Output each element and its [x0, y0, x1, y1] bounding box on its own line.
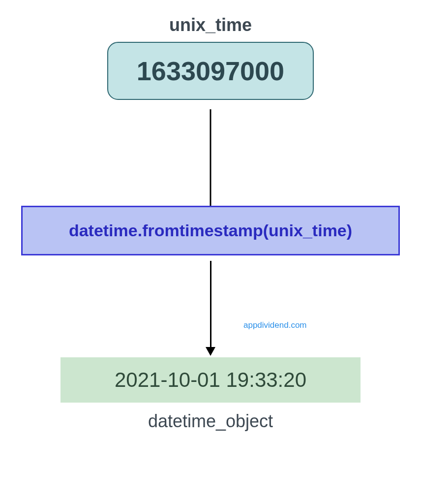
unix-time-box: 1633097000: [107, 42, 314, 100]
input-label: unix_time: [169, 15, 252, 35]
watermark-text: appdividend.com: [243, 320, 307, 330]
arrow-function-to-output: [206, 261, 215, 356]
datetime-result-value: 2021-10-01 19:33:20: [115, 368, 306, 391]
diagram-container: unix_time 1633097000 datetime.fromtimest…: [0, 0, 421, 504]
unix-time-value: 1633097000: [137, 56, 284, 86]
function-box: datetime.fromtimestamp(unix_time): [21, 206, 400, 255]
arrow-input-to-function: [210, 109, 211, 206]
function-call-text: datetime.fromtimestamp(unix_time): [69, 221, 352, 240]
output-label: datetime_object: [148, 411, 273, 432]
datetime-result-box: 2021-10-01 19:33:20: [60, 357, 361, 403]
